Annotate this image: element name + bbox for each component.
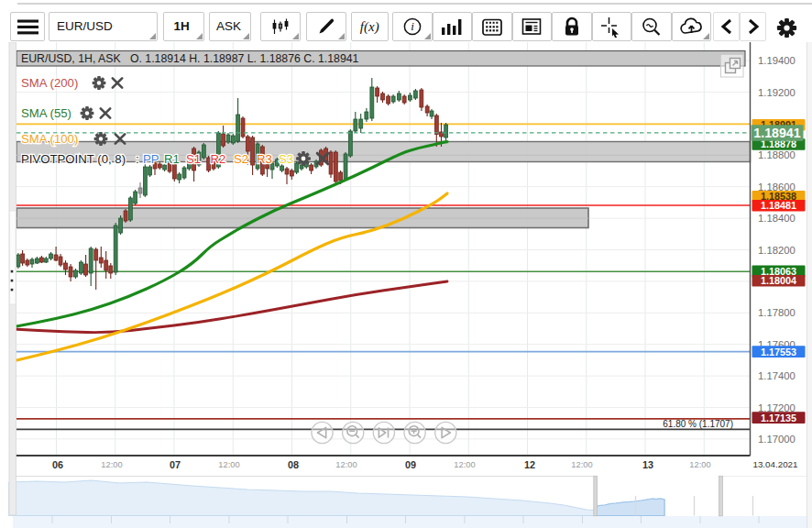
svg-text:R3: R3 bbox=[257, 152, 272, 166]
svg-text:06: 06 bbox=[52, 459, 63, 470]
svg-text:1.17553: 1.17553 bbox=[761, 346, 796, 358]
svg-text:R2: R2 bbox=[211, 152, 226, 166]
svg-text:1.18200: 1.18200 bbox=[758, 245, 796, 256]
svg-text:1.19200: 1.19200 bbox=[758, 87, 796, 98]
svg-text:12:00: 12:00 bbox=[689, 460, 710, 469]
svg-text:1.19400: 1.19400 bbox=[758, 55, 796, 66]
svg-text:PIVOTPOINT (0, 8): PIVOTPOINT (0, 8) bbox=[21, 152, 126, 166]
svg-text:1.18941: 1.18941 bbox=[753, 126, 800, 140]
svg-text:08: 08 bbox=[288, 459, 299, 470]
svg-text:12:00: 12:00 bbox=[218, 460, 239, 469]
svg-text:12:00: 12:00 bbox=[454, 460, 475, 469]
svg-text:12:00: 12:00 bbox=[571, 460, 592, 469]
svg-text:1.17135: 1.17135 bbox=[761, 412, 796, 424]
svg-text::: : bbox=[136, 152, 139, 166]
svg-text:R1: R1 bbox=[164, 152, 180, 166]
svg-text:S2: S2 bbox=[234, 152, 248, 166]
svg-text:09: 09 bbox=[405, 459, 416, 470]
svg-text:1.17400: 1.17400 bbox=[758, 370, 796, 381]
svg-text:1.17800: 1.17800 bbox=[758, 307, 796, 318]
svg-text:1.18481: 1.18481 bbox=[761, 200, 796, 211]
svg-text:1.18400: 1.18400 bbox=[758, 213, 796, 224]
svg-text:SMA (200): SMA (200) bbox=[21, 76, 78, 90]
svg-text:13: 13 bbox=[642, 459, 653, 470]
svg-text:1.18004: 1.18004 bbox=[761, 275, 796, 286]
svg-text:07: 07 bbox=[170, 459, 181, 470]
svg-text:EUR/USD, 1H, ASK O. 1.18914: EUR/USD, 1H, ASK O. 1.18914 H. 1.18987 L… bbox=[21, 52, 359, 65]
svg-text:12: 12 bbox=[524, 459, 535, 470]
svg-text:SMA (100): SMA (100) bbox=[21, 132, 78, 146]
svg-text:61.80 % (1.1707): 61.80 % (1.1707) bbox=[663, 419, 733, 429]
svg-text:1.18800: 1.18800 bbox=[758, 149, 796, 160]
svg-text:1.17000: 1.17000 bbox=[758, 434, 796, 445]
svg-text:i: i bbox=[411, 19, 414, 33]
svg-text:S3: S3 bbox=[279, 152, 293, 166]
svg-text:S1: S1 bbox=[186, 152, 201, 166]
svg-text:SMA (55): SMA (55) bbox=[21, 106, 71, 120]
svg-text:12:00: 12:00 bbox=[335, 460, 357, 469]
svg-text:12:00: 12:00 bbox=[101, 460, 122, 469]
svg-text:13.04.2021: 13.04.2021 bbox=[752, 459, 797, 469]
svg-text:PP: PP bbox=[143, 152, 159, 166]
